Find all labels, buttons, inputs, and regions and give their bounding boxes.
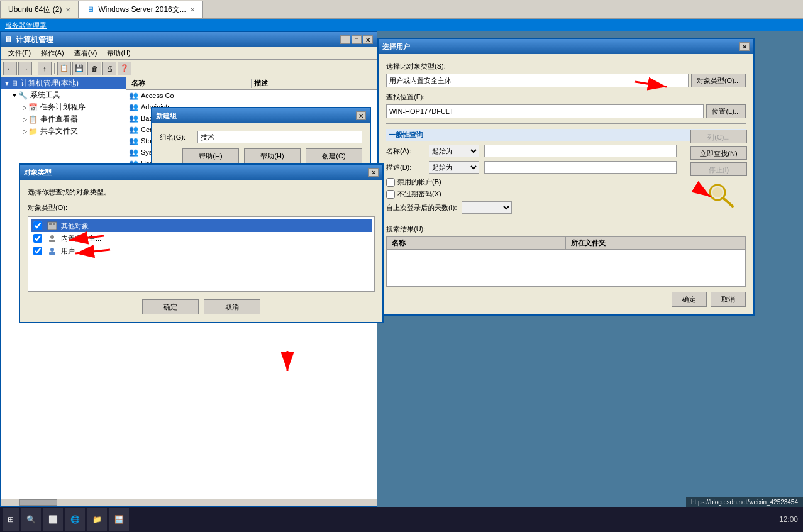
sidebar-item-event[interactable]: ▷ 📋 事件查看器 [1,113,126,125]
toolbar-btn6[interactable]: 🖨 [102,62,116,75]
su-object-type-btn[interactable]: 对象类型(O)... [691,74,746,87]
su-desc-condition[interactable]: 起始为 [429,161,479,174]
ot-title-text: 对象类型 [24,168,52,177]
table-row[interactable]: 👥 Access Co [126,90,377,101]
tab-windows-label: Windows Server 2016文... [98,4,186,15]
folder-button[interactable]: 📁 [87,508,107,531]
svg-point-3 [50,235,54,239]
sidebar-shared-label: 共享文件夹 [40,126,78,136]
su-desc-label: 描述(D): [386,163,424,172]
cm-toolbar: ← → ↑ 📋 💾 🗑 🖨 ❓ [1,60,377,77]
start-button[interactable]: ⊞ [3,508,19,531]
toolbar-back[interactable]: ← [3,62,17,75]
scrollbar-thumb[interactable] [19,499,57,506]
server-manager-link[interactable]: 服务器管理器 [5,21,47,30]
ot-close-btn[interactable]: ✕ [368,168,379,177]
sidebar-item-tools[interactable]: ▼ 🔧 系统工具 [1,89,126,101]
search-button[interactable]: 🔍 [21,508,41,531]
sidebar-tools-label: 系统工具 [30,90,60,101]
menu-view[interactable]: 查看(V) [69,48,102,58]
su-object-type-row: 对象类型(O)... [386,74,746,87]
expand-tools: ▼ [11,92,18,99]
su-columns-btn[interactable]: 列(C)... [690,130,747,143]
su-title-text: 选择用户 [382,42,410,52]
sidebar-item-root[interactable]: ▼ 🖥 计算机管理(本地) [1,77,126,89]
su-action-panel: 列(C)... 立即查找(N) 停止(I) [690,130,753,211]
taskbar-right: 12:00 [774,515,803,524]
toolbar-btn7[interactable]: ❓ [118,62,131,75]
tab-windows-icon: 🖥 [87,5,94,14]
cm-table-header: 名称 描述 [126,77,377,90]
su-no-expire-checkbox[interactable] [386,190,395,199]
tab-windows[interactable]: 🖥 Windows Server 2016文... ✕ [79,1,202,18]
ot-confirm-btn[interactable]: 确定 [142,299,199,314]
group-name-input[interactable] [197,131,362,143]
ot-item-1[interactable]: 内置安全主... [31,232,372,245]
toolbar-btn5[interactable]: 🗑 [87,62,101,75]
svg-rect-1 [49,223,52,225]
help-btn[interactable]: 创建(C) [306,148,362,163]
row-icon-0: 👥 [129,91,138,100]
horizontal-scrollbar[interactable] [1,499,377,506]
toolbar-btn3[interactable]: 📋 [57,62,71,75]
su-search-icon-area [690,181,753,211]
close-btn[interactable]: 帮助(H) [244,148,301,163]
url-bar: https://blog.csdn.net/weixin_42523454 [686,497,803,507]
cm-close-btn[interactable]: ✕ [363,35,373,44]
menu-help[interactable]: 帮助(H) [102,48,135,58]
cm-maximize-btn[interactable]: □ [352,35,362,44]
tab-ubuntu[interactable]: Ubuntu 64位 (2) ✕ [0,1,79,18]
ot-checkbox-2[interactable] [33,247,42,255]
create-btn[interactable]: 帮助(H) [182,148,239,163]
event-icon: 📋 [28,115,38,124]
su-location-btn[interactable]: 位置(L)... [706,104,746,118]
group-name-label: 组名(G): [160,133,197,142]
su-name-condition[interactable]: 起始为 [429,145,479,157]
su-confirm-btn[interactable]: 确定 [672,292,707,307]
su-results-col-name: 名称 [387,237,566,249]
su-cancel-btn[interactable]: 取消 [711,292,746,307]
ot-checkbox-1[interactable] [33,234,42,243]
cm-icon-sm: 🖥 [11,79,18,88]
windows-button[interactable]: 🪟 [109,508,129,531]
toolbar-up[interactable]: ↑ [38,62,52,75]
ot-item-0[interactable]: 其他对象 [31,219,372,232]
su-title-bar: 选择用户 ✕ [379,39,753,54]
cm-minimize-btn[interactable]: _ [340,35,350,44]
expand-shared: ▷ [21,128,28,135]
new-group-close-btn[interactable]: ✕ [356,111,366,120]
row-icon-1: 👥 [129,103,138,111]
menu-action[interactable]: 操作(A) [36,48,69,58]
su-no-expire-label: 不过期密码(X) [397,189,441,199]
col-desc: 描述 [252,79,374,88]
su-close-btn[interactable]: ✕ [739,42,750,51]
su-search-btn[interactable]: 立即查找(N) [690,146,747,160]
ot-cancel-btn[interactable]: 取消 [204,299,260,314]
col-name: 名称 [129,79,252,88]
ot-checkbox-0[interactable] [33,221,42,230]
su-desc-input[interactable] [484,161,677,174]
su-results-table: 名称 所在文件夹 [386,236,746,287]
su-object-type-label: 选择此对象类型(S): [386,62,746,71]
su-object-type-input[interactable] [386,74,689,87]
su-stop-btn[interactable]: 停止(I) [690,162,747,176]
tab-windows-close[interactable]: ✕ [190,6,195,13]
su-location-input[interactable] [386,104,704,118]
sidebar-item-shared[interactable]: ▷ 📁 共享文件夹 [1,125,126,137]
ot-item-2[interactable]: 用户 [31,245,372,257]
su-name-input[interactable] [484,145,677,157]
svg-point-9 [712,187,723,197]
new-group-buttons: 帮助(H) 帮助(H) 创建(C) [160,148,362,163]
su-disabled-checkbox[interactable] [386,178,395,187]
svg-rect-4 [49,240,55,242]
su-bottom-buttons: 确定 取消 [386,292,746,307]
su-days-select[interactable] [462,201,512,214]
toolbar-btn4[interactable]: 💾 [72,62,86,75]
toolbar-forward[interactable]: → [18,62,32,75]
sidebar-item-scheduler[interactable]: ▷ 📅 任务计划程序 [1,101,126,113]
ie-button[interactable]: 🌐 [65,508,85,531]
taskview-button[interactable]: ⬜ [43,508,63,531]
tab-ubuntu-close[interactable]: ✕ [65,6,70,13]
shared-icon: 📁 [28,127,38,136]
menu-file[interactable]: 文件(F) [3,48,36,58]
